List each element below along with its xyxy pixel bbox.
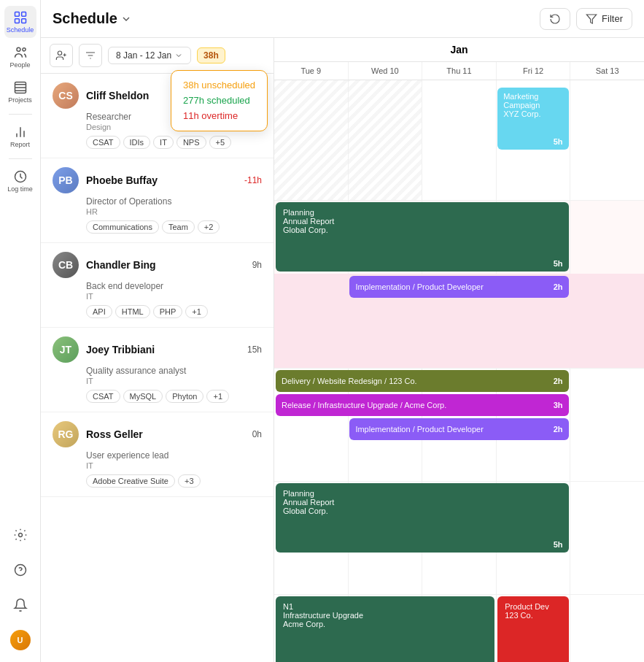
event-hours: 5h (554, 137, 563, 146)
add-person-button[interactable] (50, 44, 73, 67)
event-block[interactable]: Product Dev123 Co. (497, 596, 568, 662)
cal-cell (570, 595, 644, 662)
event-block[interactable]: Implementation / Product Developer 2h (349, 418, 568, 440)
tag: CSAT (86, 136, 120, 149)
person-tags: CSAT MySQL Phyton +1 (86, 390, 262, 403)
tag: +2 (198, 220, 220, 234)
sort-button[interactable] (79, 44, 102, 67)
calendar-days-row: Tue 9 Wed 10 Thu 11 Fri 12 Sat 13 (274, 62, 644, 80)
list-item[interactable]: PB Phoebe Buffay -11h Director of Operat… (41, 158, 273, 243)
sidebar-item-help[interactable] (4, 554, 36, 586)
header: Schedule Filter (41, 0, 644, 38)
sidebar: Schedule People Projects Report Log time (0, 0, 41, 662)
event-label: Marketing CampaignXYZ Corp. (503, 92, 562, 118)
tag: +1 (185, 305, 208, 318)
event-label: PlanningAnnual ReportGlobal Corp. (283, 208, 562, 234)
month-label: Jan (450, 44, 468, 55)
event-block[interactable]: Marketing CampaignXYZ Corp. 5h (497, 88, 568, 150)
svg-point-5 (22, 48, 25, 51)
header-title: Schedule (53, 10, 132, 27)
scheduled-label: 277h scheduled (183, 93, 255, 109)
person-role: Back end developer (86, 281, 262, 291)
event-block[interactable]: Implementation / Product Developer 2h (349, 276, 568, 298)
svg-rect-0 (15, 12, 19, 17)
person-role: Quality assurance analyst (86, 366, 262, 376)
tag: HTML (115, 305, 150, 318)
cal-cell (570, 80, 644, 200)
hours-badge[interactable]: 38h (197, 47, 225, 63)
event-label: Implementation / Product Developer (355, 425, 483, 434)
person-list: CS Cliff Sheldon 6h Researcher Design CS… (41, 74, 273, 662)
person-hours: 15h (247, 345, 262, 355)
tag: API (86, 305, 112, 318)
svg-rect-1 (21, 12, 26, 17)
filter-button[interactable]: Filter (576, 8, 632, 30)
person-header: PB Phoebe Buffay -11h (53, 167, 262, 193)
list-item[interactable]: CB Chandler Bing 9h Back end developer I… (41, 243, 273, 328)
event-label: N1Infrastructure UpgradeAcme Corp. (283, 602, 487, 628)
person-hours: 9h (252, 260, 262, 270)
person-header: JT Joey Tribbiani 15h (53, 336, 262, 363)
sidebar-item-projects[interactable]: Projects (4, 76, 36, 108)
event-hours: 5h (554, 540, 563, 549)
person-dept: IT (86, 377, 262, 385)
cal-day-header: Wed 10 (349, 62, 423, 80)
person-tags: Adobe Creative Suite +3 (86, 474, 262, 488)
event-hours: 5h (554, 259, 563, 268)
sidebar-item-logtime[interactable]: Log time (4, 165, 36, 197)
event-label: PlanningAnnual ReportGlobal Corp. (283, 489, 562, 515)
unscheduled-label: 38h unscheduled (183, 78, 255, 93)
overtime-label: 11h overtime (183, 109, 255, 124)
sidebar-item-schedule[interactable]: Schedule (4, 6, 36, 38)
event-block[interactable]: PlanningAnnual ReportGlobal Corp. 5h (276, 483, 569, 553)
sidebar-item-report[interactable]: Report (4, 120, 36, 153)
refresh-icon (549, 13, 561, 25)
person-dept: HR (86, 207, 262, 216)
tag: Team (162, 220, 195, 234)
main: Schedule Filter 8 Jan - 12 Jan (41, 0, 644, 662)
sidebar-item-settings[interactable] (4, 519, 36, 551)
sidebar-item-logtime-label: Log time (7, 185, 33, 193)
tag: Phyton (166, 390, 203, 403)
event-label: Implementation / Product Developer (355, 282, 483, 291)
sidebar-item-report-label: Report (10, 141, 30, 148)
event-block[interactable]: N1Infrastructure UpgradeAcme Corp. (276, 596, 494, 662)
svg-rect-2 (15, 19, 19, 23)
cal-cell (422, 80, 497, 200)
person-header: RG Ross Geller 0h (53, 421, 262, 447)
tag: IDIs (123, 136, 151, 149)
filter-label: Filter (602, 13, 623, 24)
event-block[interactable]: Release / Infrastructure Upgrade / Acme … (276, 394, 569, 416)
sidebar-item-schedule-label: Schedule (7, 26, 34, 34)
left-panel-toolbar: 8 Jan - 12 Jan 38h 38h unscheduled 277h … (41, 38, 273, 74)
list-item[interactable]: JT Joey Tribbiani 15h Quality assurance … (41, 328, 273, 412)
avatar: RG (53, 421, 79, 447)
sidebar-item-bell[interactable] (4, 589, 36, 621)
filter-icon (586, 13, 597, 25)
list-item[interactable]: RG Ross Geller 0h User experience lead I… (41, 412, 273, 497)
cal-cell (570, 369, 644, 481)
person-tags: API HTML PHP +1 (86, 305, 262, 318)
date-range-label: 8 Jan - 12 Jan (116, 50, 171, 61)
sort-icon (85, 50, 96, 61)
event-hours: 2h (554, 377, 563, 385)
schedule-title: Schedule (53, 10, 117, 27)
person-name: Chandler Bing (86, 259, 245, 271)
sidebar-item-people[interactable]: People (4, 41, 36, 73)
cal-day-header: Sat 13 (570, 62, 644, 80)
sidebar-bottom: U (4, 519, 36, 656)
refresh-button[interactable] (540, 8, 570, 30)
tag: NPS (176, 136, 206, 149)
cal-cell (570, 482, 644, 594)
person-dept: IT (86, 461, 262, 470)
event-block[interactable]: Delivery / Website Redesign / 123 Co. 2h (276, 370, 569, 392)
hours-badge-label: 38h (203, 50, 219, 61)
tag: +3 (178, 474, 201, 488)
left-panel: 8 Jan - 12 Jan 38h 38h unscheduled 277h … (41, 38, 274, 662)
event-block[interactable]: PlanningAnnual ReportGlobal Corp. 5h (276, 202, 569, 272)
content: 8 Jan - 12 Jan 38h 38h unscheduled 277h … (41, 38, 644, 662)
date-range-button[interactable]: 8 Jan - 12 Jan (108, 47, 191, 64)
sidebar-item-avatar[interactable]: U (4, 624, 36, 656)
tag: +1 (206, 390, 229, 403)
event-label: Product Dev123 Co. (505, 602, 561, 620)
